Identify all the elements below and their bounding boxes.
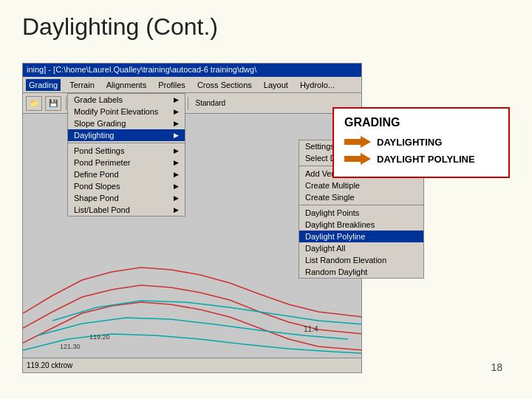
svg-text:119.20: 119.20	[89, 333, 110, 341]
svg-marker-3	[344, 136, 371, 148]
menu-row-create-multiple[interactable]: Create Multiple	[299, 180, 423, 191]
menu-hydro[interactable]: Hydrolo...	[297, 79, 338, 91]
statusbar-text: 119.20 cktrow	[27, 361, 72, 369]
svg-text:121.30: 121.30	[60, 343, 81, 350]
polyline-arrow-icon	[344, 152, 371, 166]
menu-row-pond-perimeter[interactable]: Pond Perimeter ▶	[68, 157, 185, 168]
toolbar-sep-1	[66, 97, 66, 110]
pond-slopes-text: Pond Slopes	[74, 182, 120, 191]
daylight-sep-2	[299, 205, 423, 205]
toolbar-standard-text: Standard	[196, 99, 226, 107]
svg-marker-4	[344, 153, 371, 165]
modify-point-text: Modify Point Elevations	[74, 107, 158, 116]
content-area: ining] - [C:\home\Laurel.Qualley\trainin…	[22, 63, 510, 377]
annotation-row-daylighting: DAYLIGHTING	[344, 135, 498, 149]
svg-text:11.4: 11.4	[304, 325, 318, 333]
menu-row-grade-labels[interactable]: Grade Labels ▶	[68, 94, 185, 106]
daylight-points-text: Daylight Points	[305, 208, 359, 217]
menu-terrain[interactable]: Terrain	[66, 79, 98, 91]
daylight-polyline-text: Daylight Polyline	[305, 232, 365, 241]
pond-settings-arrow: ▶	[174, 147, 179, 154]
menu-row-pond-slopes[interactable]: Pond Slopes ▶	[68, 180, 185, 192]
shape-pond-arrow: ▶	[174, 194, 179, 202]
menu-row-daylight-points[interactable]: Daylight Points	[299, 207, 423, 219]
cad-statusbar: 119.20 cktrow	[23, 358, 361, 372]
list-label-pond-text: List/Label Pond	[74, 205, 130, 214]
slide-title: Daylighting (Cont.)	[0, 0, 532, 48]
daylight-all-text: Daylight All	[305, 244, 345, 253]
pond-perimeter-arrow: ▶	[174, 159, 179, 166]
menu-row-daylight-breaklines[interactable]: Daylight Breaklines	[299, 219, 423, 231]
daylighting-arrow: ▶	[174, 132, 179, 139]
daylighting-arrow-icon	[344, 135, 371, 149]
shape-pond-text: Shape Pond	[74, 194, 119, 202]
menu-row-random-daylight[interactable]: Random Daylight	[299, 266, 423, 278]
annotation-title: GRADING	[344, 116, 498, 129]
annotation-box: GRADING DAYLIGHTING DAYLIGHT POLYLINE	[332, 107, 510, 178]
cad-titlebar: ining] - [C:\home\Laurel.Qualley\trainin…	[23, 64, 361, 77]
menu-row-daylighting[interactable]: Daylighting ▶	[68, 129, 185, 141]
toolbar-sep-3	[188, 97, 188, 110]
polyline-annotation-label: DAYLIGHT POLYLINE	[377, 154, 475, 165]
pond-settings-text: Pond Settings	[74, 146, 125, 155]
grade-labels-arrow: ▶	[174, 96, 179, 103]
page-number: 18	[491, 361, 502, 373]
menu-row-slope-grading[interactable]: Slope Grading ▶	[68, 117, 185, 129]
grading-sep-1	[68, 143, 185, 143]
create-multiple-text: Create Multiple	[305, 181, 360, 190]
cad-menubar: Grading Terrain Alignments Profiles Cros…	[23, 77, 361, 93]
define-pond-text: Define Pond	[74, 170, 119, 179]
menu-row-create-single[interactable]: Create Single	[299, 191, 423, 203]
daylight-breaklines-text: Daylight Breaklines	[305, 220, 375, 229]
pond-slopes-arrow: ▶	[174, 183, 179, 190]
menu-row-daylight-polyline[interactable]: Daylight Polyline	[299, 231, 423, 242]
menu-profiles[interactable]: Profiles	[155, 79, 188, 91]
random-daylight-text: Random Daylight	[305, 267, 367, 276]
menu-layout[interactable]: Layout	[261, 79, 291, 91]
pond-perimeter-text: Pond Perimeter	[74, 158, 130, 167]
daylighting-text: Daylighting	[74, 131, 114, 140]
daylighting-annotation-label: DAYLIGHTING	[377, 137, 442, 148]
menu-row-pond-settings[interactable]: Pond Settings ▶	[68, 145, 185, 157]
menu-grading[interactable]: Grading	[26, 79, 61, 91]
toolbar-btn-1[interactable]: 📁	[26, 96, 42, 111]
menu-alignments[interactable]: Alignments	[103, 79, 149, 91]
grading-dropdown: Grade Labels ▶ Modify Point Elevations ▶…	[67, 93, 185, 216]
slide-container: Daylighting (Cont.) ining] - [C:\home\La…	[0, 0, 532, 399]
annotation-row-polyline: DAYLIGHT POLYLINE	[344, 152, 498, 166]
define-pond-arrow: ▶	[174, 171, 179, 178]
menu-row-list-random-elev[interactable]: List Random Elevation	[299, 254, 423, 266]
menu-row-shape-pond[interactable]: Shape Pond ▶	[68, 192, 185, 204]
menu-row-list-label-pond[interactable]: List/Label Pond ▶	[68, 204, 185, 216]
grade-labels-text: Grade Labels	[74, 95, 123, 104]
cad-window: ining] - [C:\home\Laurel.Qualley\trainin…	[22, 63, 362, 373]
list-random-elev-text: List Random Elevation	[305, 256, 386, 265]
slope-grading-text: Slope Grading	[74, 119, 126, 128]
menu-row-modify-point[interactable]: Modify Point Elevations ▶	[68, 106, 185, 117]
create-single-text: Create Single	[305, 193, 355, 202]
modify-point-arrow: ▶	[174, 108, 179, 115]
slope-grading-arrow: ▶	[174, 120, 179, 127]
menu-cross-sections[interactable]: Cross Sections	[194, 79, 255, 91]
menu-row-daylight-all[interactable]: Daylight All	[299, 242, 423, 254]
toolbar-btn-2[interactable]: 💾	[45, 96, 61, 111]
menu-row-define-pond[interactable]: Define Pond ▶	[68, 168, 185, 180]
list-label-pond-arrow: ▶	[174, 206, 179, 214]
